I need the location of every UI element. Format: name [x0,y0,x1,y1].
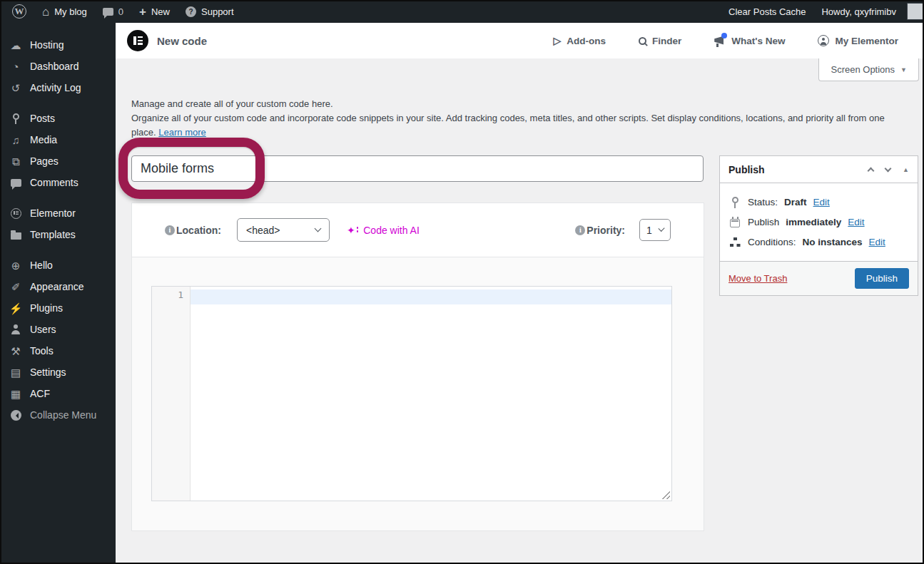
sidebar-item-hello[interactable]: ⊕ Hello [0,255,116,276]
site-name: My blog [54,6,87,17]
schedule-label: Publish [748,217,779,227]
editor-gutter: 1 [152,287,191,501]
plugin-icon: ⚡ [9,303,23,314]
publish-button[interactable]: Publish [855,268,909,289]
code-input-area[interactable] [191,287,671,501]
sitemap-icon [728,237,741,247]
sidebar-item-collapse-menu[interactable]: Collapse Menu [0,404,116,426]
sidebar-item-settings[interactable]: ▤ Settings [0,362,116,383]
sidebar-item-pages[interactable]: ⧉ Pages [0,150,116,172]
nav-whats-new[interactable]: What's New [714,36,785,46]
media-icon: ♫ [9,135,23,145]
elementor-logo-icon [127,30,148,51]
gauge-icon: ◔ [9,61,23,72]
chevron-down-icon [315,225,322,232]
sidebar-item-acf[interactable]: ▦ ACF [0,383,116,404]
question-icon: ? [186,6,196,17]
pages-icon: ⧉ [9,156,23,167]
addons-icon: ▷ [553,35,561,46]
sidebar-item-users[interactable]: Users [0,319,116,340]
comments-link[interactable]: 0 [95,0,131,23]
priority-label: Priority: [587,225,625,236]
sidebar-item-media[interactable]: ♫ Media [0,129,116,150]
publish-header-controls: ▲ [868,166,909,173]
brush-icon: ✐ [9,282,23,292]
collapse-panel-icon[interactable]: ▲ [903,166,909,173]
sidebar-item-activity-log[interactable]: ↺ Activity Log [0,77,116,98]
sidebar-item-posts[interactable]: Posts [0,108,116,129]
nav-my-elementor[interactable]: My Elementor [818,35,898,46]
conditions-value: No instances [803,237,863,247]
schedule-row: Publish immediately Edit [728,217,909,227]
cloud-icon: ☁ [9,40,23,51]
conditions-edit-link[interactable]: Edit [869,237,885,247]
notification-dot [721,33,727,39]
sparkle-icon: ✦ [347,225,355,235]
schedule-edit-link[interactable]: Edit [848,217,864,227]
info-icon[interactable]: i [165,225,175,235]
avatar[interactable] [907,3,924,20]
move-to-trash-link[interactable]: Move to Trash [728,273,787,284]
howdy-label: Howdy, qxyfrimibv [821,6,896,17]
sidebar-item-hosting[interactable]: ☁ Hosting [0,34,116,56]
sidebar-item-appearance[interactable]: ✐ Appearance [0,276,116,297]
publish-metabox: Publish ▲ Status: Draft Edit Publish imm… [719,155,918,296]
info-icon[interactable]: i [575,225,585,235]
site-link[interactable]: ⌂ My blog [34,0,95,23]
move-down-icon[interactable] [885,165,892,172]
clock-icon: ↺ [9,83,23,93]
plus-circle-icon: ⊕ [9,260,23,271]
conditions-label: Conditions: [748,237,796,247]
sidebar-item-dashboard[interactable]: ◔ Dashboard [0,56,116,77]
location-label-group: i Location: [165,225,221,236]
sidebar-separator [0,98,116,108]
status-label: Status: [748,197,778,207]
publish-header[interactable]: Publish ▲ [720,156,918,183]
clear-posts-cache-link[interactable]: Clear Posts Cache [721,0,813,23]
sidebar-item-comments[interactable]: Comments [0,172,116,193]
support-label: Support [201,6,234,17]
code-editor: 1 [151,286,672,501]
home-icon: ⌂ [42,6,49,18]
nav-addons[interactable]: ▷ Add-ons [553,35,606,46]
location-select[interactable]: <head> [237,218,330,242]
sidebar-item-plugins[interactable]: ⚡ Plugins [0,297,116,319]
admin-bar-left: W ⌂ My blog 0 + New ? Support [0,0,242,23]
pin-icon [9,113,23,123]
code-with-ai-button[interactable]: ✦ Code with AI [347,225,420,236]
collapse-icon [9,410,23,421]
intro-text: Manage and create all of your custom cod… [131,97,911,140]
priority-select[interactable]: 1 [639,219,671,241]
settings-icon: ▤ [9,367,23,378]
status-edit-link[interactable]: Edit [813,197,830,207]
wordpress-menu[interactable]: W [4,0,34,23]
nav-finder[interactable]: Finder [639,36,681,46]
move-up-icon[interactable] [868,167,875,174]
sidebar-item-tools[interactable]: ⚒ Tools [0,340,116,362]
support-link[interactable]: ? Support [178,0,242,23]
admin-bar: W ⌂ My blog 0 + New ? Support Clear Post… [0,0,924,23]
custom-code-postbox: i Location: <head> ✦ Code with AI i Prio… [131,202,704,531]
table-icon: ▦ [9,389,23,399]
code-title-input[interactable] [131,155,704,182]
sidebar-separator [0,193,116,202]
elementor-header-nav: ▷ Add-ons Finder What's New My Elementor [553,35,898,46]
status-row: Status: Draft Edit [728,197,909,207]
account-menu[interactable]: Howdy, qxyfrimibv [813,0,924,23]
status-value: Draft [784,197,807,207]
megaphone-icon [714,36,726,46]
priority-group: i Priority: 1 [575,219,671,241]
sidebar-item-elementor[interactable]: Elementor [0,202,116,224]
publish-footer: Move to Trash Publish [720,261,918,295]
priority-label-group: i Priority: [575,225,625,236]
calendar-icon [728,217,741,227]
sparkle-dots-icon [357,227,359,229]
triangle-down-icon: ▼ [900,66,907,73]
publish-body: Status: Draft Edit Publish immediately E… [720,183,918,260]
new-content-link[interactable]: + New [131,0,178,23]
wordpress-logo-icon: W [12,4,26,19]
learn-more-link[interactable]: Learn more [158,127,205,138]
sidebar-item-templates[interactable]: Templates [0,224,116,245]
location-label: Location: [176,225,221,236]
screen-options-button[interactable]: Screen Options ▼ [818,58,919,81]
